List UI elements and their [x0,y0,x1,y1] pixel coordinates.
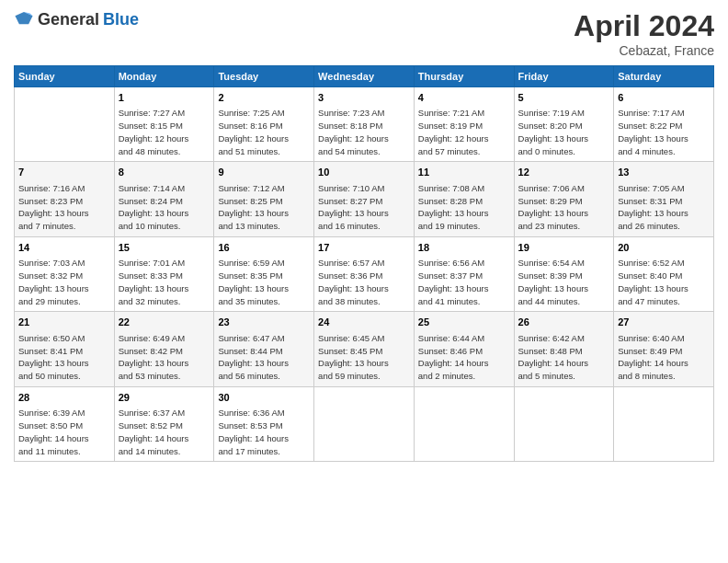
week-row-4: 21Sunrise: 6:50 AM Sunset: 8:41 PM Dayli… [15,312,714,386]
cell-content: Sunrise: 7:05 AM Sunset: 8:31 PM Dayligh… [618,182,710,233]
calendar-cell: 14Sunrise: 7:03 AM Sunset: 8:32 PM Dayli… [15,236,115,311]
day-number: 3 [318,91,410,105]
day-number: 7 [18,166,110,179]
day-number: 1 [119,91,210,105]
logo-icon [14,9,34,29]
day-number: 6 [618,91,710,105]
day-number: 22 [119,316,210,329]
calendar-cell: 21Sunrise: 6:50 AM Sunset: 8:41 PM Dayli… [15,312,115,386]
day-number: 28 [18,391,110,405]
day-number: 26 [518,316,610,329]
calendar-cell: 25Sunrise: 6:44 AM Sunset: 8:46 PM Dayli… [414,312,514,386]
week-row-2: 7Sunrise: 7:16 AM Sunset: 8:23 PM Daylig… [15,162,714,236]
calendar-cell: 30Sunrise: 6:36 AM Sunset: 8:53 PM Dayli… [214,386,314,461]
cell-content: Sunrise: 7:06 AM Sunset: 8:29 PM Dayligh… [518,182,610,233]
calendar-cell: 4Sunrise: 7:21 AM Sunset: 8:19 PM Daylig… [414,87,514,162]
day-number: 27 [618,316,710,329]
day-number: 25 [418,316,510,329]
calendar-cell: 9Sunrise: 7:12 AM Sunset: 8:25 PM Daylig… [214,162,314,236]
calendar-cell: 8Sunrise: 7:14 AM Sunset: 8:24 PM Daylig… [114,162,214,236]
day-number: 10 [318,166,410,179]
cell-content: Sunrise: 7:01 AM Sunset: 8:33 PM Dayligh… [119,257,210,307]
column-header-wednesday: Wednesday [314,66,415,87]
cell-content: Sunrise: 6:56 AM Sunset: 8:37 PM Dayligh… [418,257,510,307]
calendar-cell: 10Sunrise: 7:10 AM Sunset: 8:27 PM Dayli… [314,162,415,236]
cell-content: Sunrise: 6:54 AM Sunset: 8:39 PM Dayligh… [518,257,610,307]
day-number: 29 [119,391,210,405]
cell-content: Sunrise: 6:49 AM Sunset: 8:42 PM Dayligh… [119,332,210,383]
day-number: 21 [18,316,110,329]
calendar-cell: 16Sunrise: 6:59 AM Sunset: 8:35 PM Dayli… [214,236,314,311]
calendar-cell: 5Sunrise: 7:19 AM Sunset: 8:20 PM Daylig… [514,87,614,162]
calendar-cell: 24Sunrise: 6:45 AM Sunset: 8:45 PM Dayli… [314,312,415,386]
cell-content: Sunrise: 6:52 AM Sunset: 8:40 PM Dayligh… [618,257,710,307]
calendar-cell: 12Sunrise: 7:06 AM Sunset: 8:29 PM Dayli… [514,162,614,236]
calendar-cell [314,386,415,461]
cell-content: Sunrise: 6:50 AM Sunset: 8:41 PM Dayligh… [18,332,110,383]
calendar-cell: 29Sunrise: 6:37 AM Sunset: 8:52 PM Dayli… [114,386,214,461]
cell-content: Sunrise: 6:42 AM Sunset: 8:48 PM Dayligh… [518,332,610,383]
day-number: 8 [119,166,210,179]
calendar-cell: 27Sunrise: 6:40 AM Sunset: 8:49 PM Dayli… [614,312,714,386]
calendar-cell [514,386,614,461]
cell-content: Sunrise: 6:57 AM Sunset: 8:36 PM Dayligh… [318,257,410,307]
logo-general: General [38,10,99,29]
day-number: 14 [18,241,110,255]
cell-content: Sunrise: 6:44 AM Sunset: 8:46 PM Dayligh… [418,332,510,383]
column-header-thursday: Thursday [414,66,514,87]
day-number: 24 [318,316,410,329]
day-number: 19 [518,241,610,255]
column-header-friday: Friday [514,66,614,87]
week-row-5: 28Sunrise: 6:39 AM Sunset: 8:50 PM Dayli… [15,386,714,461]
calendar-cell: 20Sunrise: 6:52 AM Sunset: 8:40 PM Dayli… [614,236,714,311]
calendar-cell: 23Sunrise: 6:47 AM Sunset: 8:44 PM Dayli… [214,312,314,386]
logo-blue: Blue [103,10,139,29]
calendar-cell: 17Sunrise: 6:57 AM Sunset: 8:36 PM Dayli… [314,236,415,311]
cell-content: Sunrise: 6:39 AM Sunset: 8:50 PM Dayligh… [18,407,110,457]
cell-content: Sunrise: 7:25 AM Sunset: 8:16 PM Dayligh… [218,107,310,157]
cell-content: Sunrise: 7:23 AM Sunset: 8:18 PM Dayligh… [318,107,410,157]
column-header-sunday: Sunday [15,66,115,87]
calendar-cell: 19Sunrise: 6:54 AM Sunset: 8:39 PM Dayli… [514,236,614,311]
calendar-table: SundayMondayTuesdayWednesdayThursdayFrid… [14,65,714,462]
week-row-3: 14Sunrise: 7:03 AM Sunset: 8:32 PM Dayli… [15,236,714,311]
day-number: 15 [119,241,210,255]
day-number: 11 [418,166,510,179]
cell-content: Sunrise: 6:40 AM Sunset: 8:49 PM Dayligh… [618,332,710,383]
cell-content: Sunrise: 7:08 AM Sunset: 8:28 PM Dayligh… [418,182,510,233]
cell-content: Sunrise: 6:59 AM Sunset: 8:35 PM Dayligh… [218,257,310,307]
day-number: 13 [618,166,710,179]
cell-content: Sunrise: 7:27 AM Sunset: 8:15 PM Dayligh… [119,107,210,157]
cell-content: Sunrise: 6:36 AM Sunset: 8:53 PM Dayligh… [218,407,310,457]
calendar-cell: 18Sunrise: 6:56 AM Sunset: 8:37 PM Dayli… [414,236,514,311]
day-number: 4 [418,91,510,105]
page: GeneralBlue April 2024 Cebazat, France S… [0,0,728,563]
page-title: April 2024 [574,9,714,43]
day-number: 2 [218,91,310,105]
logo: GeneralBlue [14,9,139,29]
calendar-cell: 13Sunrise: 7:05 AM Sunset: 8:31 PM Dayli… [614,162,714,236]
calendar-cell [15,87,115,162]
calendar-cell: 3Sunrise: 7:23 AM Sunset: 8:18 PM Daylig… [314,87,415,162]
day-number: 9 [218,166,310,179]
cell-content: Sunrise: 7:03 AM Sunset: 8:32 PM Dayligh… [18,257,110,307]
cell-content: Sunrise: 7:14 AM Sunset: 8:24 PM Dayligh… [119,182,210,233]
header: GeneralBlue April 2024 Cebazat, France [14,9,714,58]
day-number: 20 [618,241,710,255]
calendar-cell: 7Sunrise: 7:16 AM Sunset: 8:23 PM Daylig… [15,162,115,236]
calendar-cell: 6Sunrise: 7:17 AM Sunset: 8:22 PM Daylig… [614,87,714,162]
cell-content: Sunrise: 6:37 AM Sunset: 8:52 PM Dayligh… [119,407,210,457]
cell-content: Sunrise: 6:47 AM Sunset: 8:44 PM Dayligh… [218,332,310,383]
calendar-cell: 11Sunrise: 7:08 AM Sunset: 8:28 PM Dayli… [414,162,514,236]
calendar-cell: 28Sunrise: 6:39 AM Sunset: 8:50 PM Dayli… [15,386,115,461]
calendar-cell: 1Sunrise: 7:27 AM Sunset: 8:15 PM Daylig… [114,87,214,162]
week-row-1: 1Sunrise: 7:27 AM Sunset: 8:15 PM Daylig… [15,87,714,162]
day-number: 12 [518,166,610,179]
calendar-cell: 26Sunrise: 6:42 AM Sunset: 8:48 PM Dayli… [514,312,614,386]
day-number: 16 [218,241,310,255]
day-number: 30 [218,391,310,405]
cell-content: Sunrise: 7:16 AM Sunset: 8:23 PM Dayligh… [18,182,110,233]
cell-content: Sunrise: 7:12 AM Sunset: 8:25 PM Dayligh… [218,182,310,233]
day-number: 17 [318,241,410,255]
cell-content: Sunrise: 7:17 AM Sunset: 8:22 PM Dayligh… [618,107,710,157]
